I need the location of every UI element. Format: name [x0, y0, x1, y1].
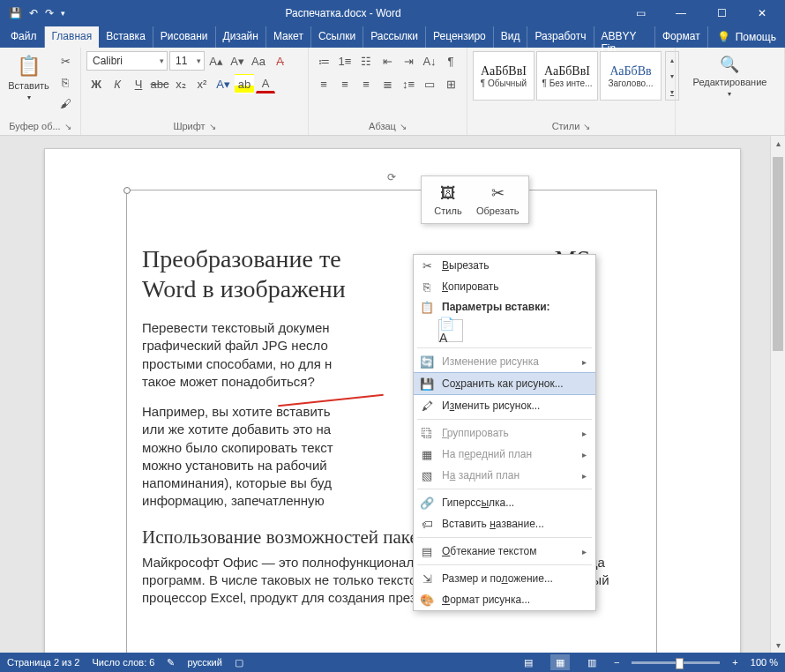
shading-icon[interactable]: ▭: [420, 74, 439, 93]
superscript-icon[interactable]: x²: [192, 74, 212, 93]
borders-icon[interactable]: ⊞: [441, 74, 460, 93]
dialog-launcher-icon[interactable]: ↘: [64, 122, 71, 131]
dialog-launcher-icon[interactable]: ↘: [583, 122, 590, 131]
zoom-in-icon[interactable]: +: [732, 657, 737, 668]
maximize-icon[interactable]: ☐: [702, 0, 741, 26]
tab-abbyy[interactable]: ABBYY Fin: [594, 26, 656, 48]
ribbon-options-icon[interactable]: ▭: [621, 0, 660, 26]
multilevel-icon[interactable]: ☷: [356, 51, 376, 71]
crop-button[interactable]: ✂ Обрезать: [471, 180, 525, 220]
subscript-icon[interactable]: x₂: [171, 74, 191, 93]
tab-draw[interactable]: Рисовани: [153, 26, 216, 48]
bold-icon[interactable]: Ж: [86, 74, 106, 93]
ctx-cut[interactable]: ✂Вырезать: [414, 255, 595, 276]
close-icon[interactable]: ✕: [743, 0, 781, 26]
line-spacing-icon[interactable]: ↕≡: [399, 74, 418, 93]
macro-record-icon[interactable]: ▢: [235, 657, 243, 668]
dialog-launcher-icon[interactable]: ↘: [209, 122, 216, 131]
text-effects-icon[interactable]: A▾: [213, 74, 233, 93]
tab-design[interactable]: Дизайн: [216, 26, 266, 48]
underline-icon[interactable]: Ч: [129, 74, 148, 93]
zoom-level[interactable]: 100 %: [751, 657, 778, 668]
ctx-copy[interactable]: ⎘Копировать: [414, 276, 595, 297]
ctx-wrap-text[interactable]: ▤Обтекание текстом▸: [414, 541, 595, 562]
scroll-down-icon[interactable]: ▾: [771, 638, 785, 653]
tell-me[interactable]: 💡 Помощь: [708, 26, 785, 48]
align-left-icon[interactable]: ≡: [314, 74, 333, 93]
scroll-thumb[interactable]: [773, 157, 783, 351]
font-color-icon[interactable]: A: [256, 74, 275, 93]
rotate-handle-icon[interactable]: ⟳: [387, 171, 396, 183]
status-language[interactable]: русский: [187, 657, 221, 668]
tab-developer[interactable]: Разработч: [527, 26, 594, 48]
zoom-slider[interactable]: [632, 661, 720, 664]
tab-home[interactable]: Главная: [45, 26, 100, 48]
status-wordcount[interactable]: Число слов: 6: [92, 657, 154, 668]
ctx-edit-picture[interactable]: 🖍Изменить рисунок...: [414, 395, 595, 416]
editing-button[interactable]: 🔍 Редактирование ▾: [688, 51, 773, 101]
italic-icon[interactable]: К: [108, 74, 127, 93]
tab-view[interactable]: Вид: [494, 26, 528, 48]
sort-icon[interactable]: A↓: [420, 51, 439, 71]
web-layout-icon[interactable]: ▥: [582, 654, 602, 670]
clear-format-icon[interactable]: A̶: [270, 51, 289, 71]
tab-references[interactable]: Ссылки: [311, 26, 363, 48]
font-name-combo[interactable]: Calibri: [86, 51, 168, 71]
save-icon[interactable]: 💾: [9, 7, 22, 19]
paste-keep-text-button[interactable]: 📄A: [438, 319, 463, 342]
tab-mailings[interactable]: Рассылки: [363, 26, 426, 48]
style-normal[interactable]: АаБбВвІ¶ Обычный: [473, 51, 535, 101]
spellcheck-icon[interactable]: ✎: [167, 657, 175, 668]
decrease-indent-icon[interactable]: ⇤: [378, 51, 397, 71]
style-no-spacing[interactable]: АаБбВвІ¶ Без инте...: [536, 51, 598, 101]
bullets-icon[interactable]: ≔: [314, 51, 333, 71]
print-layout-icon[interactable]: ▦: [550, 654, 570, 670]
tab-file[interactable]: Файл: [4, 26, 45, 48]
shrink-font-icon[interactable]: A▾: [228, 51, 247, 71]
separator: [417, 537, 592, 538]
group-clipboard-label: Буфер об...: [9, 121, 60, 131]
cut-icon[interactable]: ✂: [56, 51, 75, 71]
increase-indent-icon[interactable]: ⇥: [399, 51, 418, 71]
tab-layout[interactable]: Макет: [266, 26, 311, 48]
zoom-out-icon[interactable]: −: [614, 657, 619, 668]
show-marks-icon[interactable]: ¶: [441, 51, 460, 71]
status-page[interactable]: Страница 2 из 2: [7, 657, 79, 668]
resize-handle-icon[interactable]: [123, 187, 131, 194]
ctx-size-position[interactable]: ⇲Размер и положение...: [414, 568, 595, 589]
ctx-hyperlink[interactable]: 🔗Гиперссылка...: [414, 492, 595, 513]
dialog-launcher-icon[interactable]: ↘: [400, 122, 407, 131]
ctx-insert-caption[interactable]: 🏷Вставить название...: [414, 513, 595, 534]
tell-me-label: Помощь: [736, 31, 776, 43]
format-picture-icon: 🎨: [419, 594, 435, 607]
vertical-scrollbar[interactable]: ▴ ▾: [770, 136, 785, 653]
tab-review[interactable]: Рецензиро: [426, 26, 494, 48]
send-back-icon: ▧: [419, 469, 435, 482]
ctx-format-picture[interactable]: 🎨Формат рисунка...: [414, 589, 595, 610]
highlight-icon[interactable]: ab: [235, 74, 254, 93]
tab-format[interactable]: Формат: [655, 26, 708, 48]
style-heading1[interactable]: АаБбВвЗаголово...: [600, 51, 662, 101]
numbering-icon[interactable]: 1≡: [335, 51, 355, 71]
format-painter-icon[interactable]: 🖌: [56, 93, 75, 113]
group-font-label: Шрифт: [173, 121, 205, 131]
ctx-change-picture: 🔄Изменение рисунка▸: [414, 351, 595, 372]
redo-icon[interactable]: ↷: [45, 7, 54, 19]
ctx-save-as-picture[interactable]: 💾Сохранить как рисунок...: [414, 372, 595, 395]
align-right-icon[interactable]: ≡: [356, 74, 376, 93]
undo-icon[interactable]: ↶: [29, 7, 38, 19]
grow-font-icon[interactable]: A▴: [206, 51, 226, 71]
copy-icon[interactable]: ⎘: [56, 72, 75, 92]
change-case-icon[interactable]: Aa: [249, 51, 268, 71]
tab-insert[interactable]: Вставка: [99, 26, 153, 48]
align-center-icon[interactable]: ≡: [335, 74, 355, 93]
group-icon: ⿻: [419, 427, 435, 440]
picture-style-button[interactable]: 🖼 Стиль: [425, 180, 471, 220]
read-mode-icon[interactable]: ▤: [519, 654, 538, 670]
paste-button[interactable]: 📋 Вставить ▾: [5, 51, 52, 105]
scroll-up-icon[interactable]: ▴: [771, 136, 785, 151]
font-size-combo[interactable]: 11: [169, 51, 205, 71]
strike-icon[interactable]: abc: [150, 74, 169, 93]
minimize-icon[interactable]: —: [662, 0, 700, 26]
justify-icon[interactable]: ≣: [378, 74, 397, 93]
